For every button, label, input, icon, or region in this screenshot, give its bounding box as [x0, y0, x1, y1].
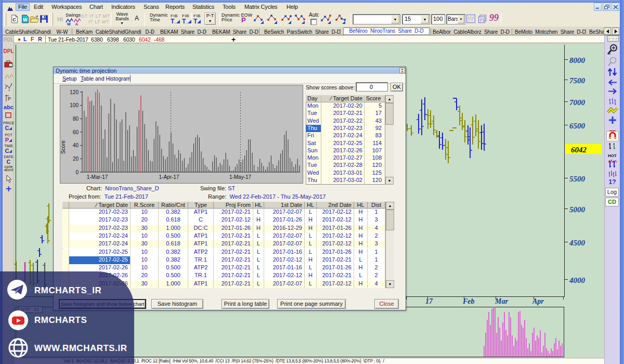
svg-text:1-Mar-17: 1-Mar-17: [87, 174, 108, 180]
svg-text:1-Apr-17: 1-Apr-17: [159, 174, 179, 180]
svg-text:20: 20: [73, 156, 79, 162]
svg-text:Score: Score: [60, 140, 66, 154]
svg-text:60: 60: [73, 129, 79, 135]
svg-text:40: 40: [73, 142, 79, 148]
svg-text:C: C: [12, 17, 16, 22]
svg-text:80: 80: [73, 116, 79, 122]
svg-text:A: A: [75, 22, 79, 26]
svg-text:W: W: [23, 18, 28, 23]
svg-text:P: P: [8, 96, 11, 101]
svg-text:120: 120: [70, 89, 79, 95]
svg-text:1-May-17: 1-May-17: [229, 174, 252, 180]
svg-text:3: 3: [10, 83, 12, 86]
svg-text:M: M: [67, 22, 71, 26]
svg-text:2: 2: [8, 88, 10, 92]
svg-text:0: 0: [75, 170, 79, 175]
svg-text:100: 100: [70, 102, 79, 108]
